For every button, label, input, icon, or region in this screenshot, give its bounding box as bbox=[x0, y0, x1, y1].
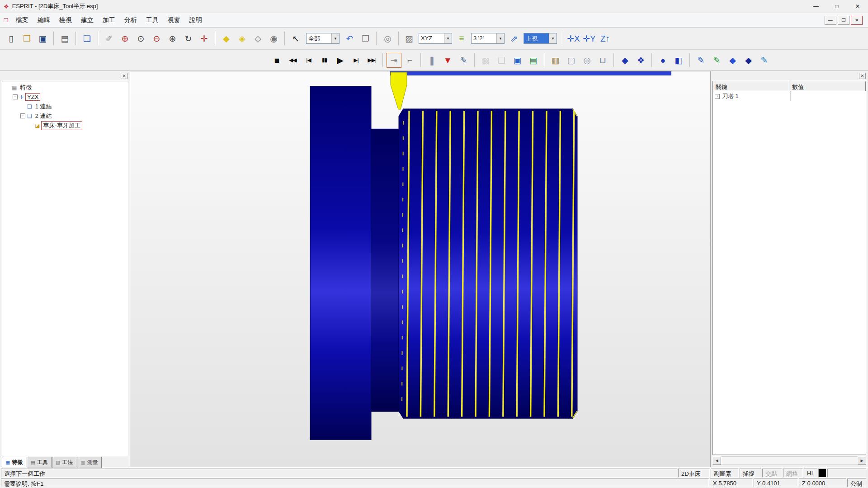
menu-help[interactable]: 說明 bbox=[185, 14, 207, 27]
work-coord-y-icon[interactable]: ✛Y bbox=[582, 31, 597, 46]
column-header-key[interactable]: 關鍵 bbox=[713, 81, 789, 91]
table-row-turret[interactable]: + 刀塔 1 bbox=[713, 91, 866, 101]
save-analysis-icon[interactable]: ▣ bbox=[510, 53, 525, 68]
tree-expander-icon[interactable] bbox=[5, 85, 10, 90]
stock-automation-icon[interactable]: ❖ bbox=[633, 53, 648, 68]
torus-primitive-icon[interactable]: ◎ bbox=[380, 31, 395, 46]
fixture-definition-icon[interactable]: ⊔ bbox=[595, 53, 610, 68]
print-icon[interactable]: ▤ bbox=[57, 31, 72, 46]
menu-create[interactable]: 建立 bbox=[76, 14, 98, 27]
draw-stock-icon[interactable]: ◆ bbox=[741, 53, 756, 68]
scroll-left-icon[interactable]: ◀ bbox=[712, 456, 721, 465]
chevron-down-icon[interactable]: ▼ bbox=[444, 33, 452, 43]
scrollbar-track[interactable] bbox=[721, 456, 858, 465]
tree-expander-icon[interactable]: − bbox=[13, 94, 18, 99]
status-snap-toggle[interactable]: 捕捉 bbox=[740, 469, 761, 478]
status-intersection-toggle[interactable]: 交點 bbox=[762, 469, 782, 478]
tree-item-yzx[interactable]: − ✛ YZX bbox=[2, 92, 127, 102]
status-hi-indicator[interactable]: HI bbox=[804, 469, 817, 478]
flange-cylinder[interactable] bbox=[310, 86, 371, 440]
spindle-probe-icon[interactable]: ❚ bbox=[425, 53, 439, 68]
select-cursor-icon[interactable]: ↖ bbox=[288, 31, 303, 46]
chevron-down-icon[interactable]: ▼ bbox=[496, 33, 504, 43]
zoom-icon[interactable]: ⊙ bbox=[133, 31, 148, 46]
window-close-button[interactable]: ✕ bbox=[847, 0, 868, 13]
mdi-restore-button[interactable]: ❐ bbox=[838, 16, 849, 25]
step-back-icon[interactable]: |◀ bbox=[301, 53, 316, 68]
window-maximize-button[interactable]: □ bbox=[826, 0, 847, 13]
hidden-line-cube-icon[interactable]: ◉ bbox=[266, 31, 281, 46]
view-combo[interactable]: 上視 ▼ bbox=[524, 33, 557, 44]
solid-simulation-icon[interactable]: ◆ bbox=[618, 53, 632, 68]
panel-close-button[interactable]: ✕ bbox=[859, 73, 866, 79]
tool-manager-icon[interactable]: ▥ bbox=[548, 53, 563, 68]
scroll-right-icon[interactable]: ▶ bbox=[858, 456, 866, 465]
horizontal-scrollbar[interactable]: ◀ ▶ bbox=[712, 456, 866, 465]
collision-marker-icon[interactable]: ▼ bbox=[440, 53, 455, 68]
entity-filter-combo[interactable]: 全部 ▼ bbox=[306, 33, 340, 44]
open-file-icon[interactable]: ❒ bbox=[19, 31, 34, 46]
stock-definition-icon[interactable]: ▢ bbox=[564, 53, 579, 68]
save-icon[interactable]: ▣ bbox=[35, 31, 50, 46]
wireframe-cube-icon[interactable]: ◇ bbox=[250, 31, 265, 46]
column-header-value[interactable]: 數值 bbox=[789, 81, 866, 91]
single-block-icon[interactable]: ⇥ bbox=[387, 53, 401, 68]
draw-feed-moves-icon[interactable]: ✎ bbox=[709, 53, 724, 68]
copy-simulation-icon[interactable]: ❏ bbox=[494, 53, 509, 68]
chevron-down-icon[interactable]: ▼ bbox=[549, 33, 557, 43]
tree-expander-icon[interactable] bbox=[20, 104, 25, 109]
pause-icon[interactable]: ▮▮ bbox=[317, 53, 332, 68]
mdi-close-button[interactable]: ✕ bbox=[851, 16, 863, 25]
panel-close-button[interactable]: ✕ bbox=[121, 73, 127, 79]
machine-setup-icon[interactable]: ▩ bbox=[478, 53, 493, 68]
zoom-fit-icon[interactable]: ⊛ bbox=[165, 31, 180, 46]
menu-edit[interactable]: 編輯 bbox=[33, 14, 55, 27]
zoom-out-icon[interactable]: ⊖ bbox=[149, 31, 164, 46]
view-direction-icon[interactable]: ⇗ bbox=[507, 32, 521, 45]
menu-view[interactable]: 檢視 bbox=[55, 14, 76, 27]
tree-item-link-1[interactable]: ❏ 1 連結 bbox=[2, 102, 127, 111]
tab-features[interactable]: ▦ 特徵 bbox=[2, 457, 26, 468]
copy-image-icon[interactable]: ❏ bbox=[80, 31, 94, 46]
translucent-cube-icon[interactable]: ◈ bbox=[235, 31, 250, 46]
turret-definition-icon[interactable]: ◎ bbox=[580, 53, 594, 68]
status-subelement-toggle[interactable]: 副圖素 bbox=[711, 469, 739, 478]
step-forward-icon[interactable]: ▶| bbox=[349, 53, 363, 68]
rewind-icon[interactable]: ◀◀ bbox=[285, 53, 300, 68]
menu-tools[interactable]: 工具 bbox=[142, 14, 163, 27]
color-swatch[interactable] bbox=[818, 469, 826, 478]
draw-rapid-moves-icon[interactable]: ✎ bbox=[693, 53, 708, 68]
zoom-in-icon[interactable]: ⊕ bbox=[118, 31, 132, 46]
window-minimize-button[interactable]: — bbox=[806, 0, 826, 13]
play-icon[interactable]: ▶ bbox=[333, 53, 348, 68]
tree-expander-icon[interactable] bbox=[28, 123, 33, 128]
mdi-minimize-button[interactable]: — bbox=[825, 16, 836, 25]
rotate-view-icon[interactable]: ↻ bbox=[181, 31, 196, 46]
stop-icon[interactable]: ■ bbox=[269, 53, 284, 68]
menu-analysis[interactable]: 分析 bbox=[120, 14, 142, 27]
copy-entities-icon[interactable]: ❐ bbox=[358, 31, 373, 46]
work-coord-x-icon[interactable]: ✛X bbox=[566, 31, 581, 46]
threaded-cylinder[interactable] bbox=[399, 109, 577, 418]
layer-combo[interactable]: 3 '2' ▼ bbox=[471, 33, 505, 44]
draw-solid-icon[interactable]: ◆ bbox=[725, 53, 740, 68]
tree-expander-icon[interactable]: − bbox=[20, 113, 25, 118]
redraw-icon[interactable]: ✐ bbox=[102, 31, 117, 46]
undo-icon[interactable]: ↶ bbox=[342, 31, 357, 46]
status-doc-type[interactable]: 2D車床 bbox=[678, 469, 710, 478]
shaded-cube-icon[interactable]: ◆ bbox=[219, 31, 234, 46]
work-coord-z-icon[interactable]: Z↑ bbox=[598, 31, 613, 46]
tab-measure[interactable]: ▥ 測量 bbox=[77, 457, 101, 468]
status-grid-toggle[interactable]: 網格 bbox=[783, 469, 803, 478]
work-plane-icon[interactable]: ▨ bbox=[402, 32, 416, 45]
machine-frame-icon[interactable]: ◧ bbox=[671, 53, 686, 68]
chevron-down-icon[interactable]: ▼ bbox=[331, 33, 339, 43]
menu-file[interactable]: 檔案 bbox=[11, 14, 33, 27]
tree-item-link-2[interactable]: − ❏ 2 連結 bbox=[2, 111, 127, 121]
graphics-viewport[interactable] bbox=[130, 71, 710, 467]
play-to-end-icon[interactable]: ▶▶| bbox=[364, 53, 379, 68]
report-icon[interactable]: ▤ bbox=[526, 53, 541, 68]
menu-window[interactable]: 視窗 bbox=[163, 14, 185, 27]
target-part-icon[interactable]: ● bbox=[656, 53, 670, 68]
draw-tool-icon[interactable]: ✎ bbox=[757, 53, 772, 68]
